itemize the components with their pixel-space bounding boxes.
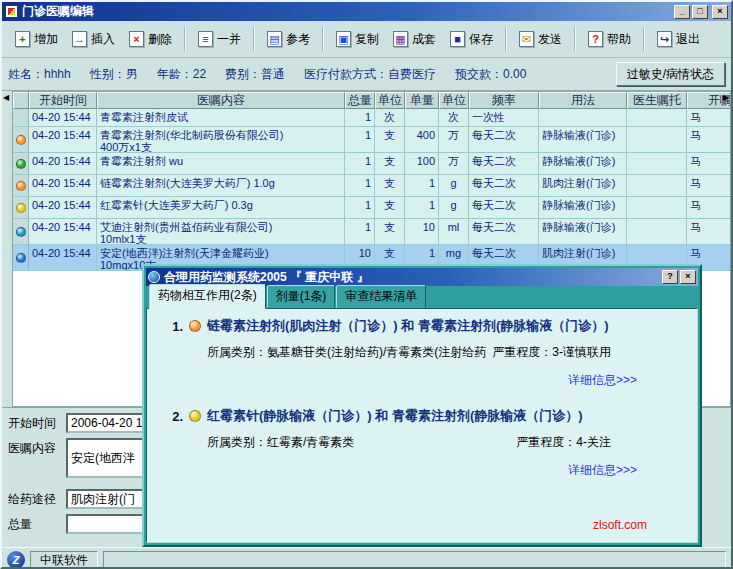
- table-row[interactable]: 04-20 15:44红霉素针(大连美罗大药厂) 0.3g1支1g每天二次静脉输…: [13, 197, 731, 219]
- table-cell: 马: [687, 219, 731, 244]
- column-header[interactable]: 总量: [345, 92, 375, 109]
- table-cell: 10: [405, 219, 439, 244]
- row-status-cell: [13, 219, 29, 244]
- table-cell: 400: [405, 127, 439, 152]
- table-cell: g: [439, 175, 469, 196]
- toolbar-separator: [322, 27, 324, 51]
- patient-field: 年龄：22: [157, 66, 206, 83]
- toolbar-button-set[interactable]: ▦成套: [386, 25, 443, 53]
- table-cell: 马: [687, 197, 731, 218]
- detail-link[interactable]: 详细信息>>>: [568, 463, 637, 477]
- dialog-tab-0[interactable]: 药物相互作用(2条): [149, 284, 266, 309]
- allergy-history-button[interactable]: 过敏史/病情状态: [616, 62, 725, 86]
- table-cell: 马: [687, 153, 731, 174]
- zlsoft-logo-icon: Z: [7, 551, 25, 569]
- insert-icon: →: [72, 31, 87, 47]
- patient-field: 姓名：hhhh: [8, 66, 71, 83]
- close-button[interactable]: ×: [712, 5, 728, 19]
- toolbar-button-reference[interactable]: ▤参考: [260, 25, 317, 53]
- patient-field-label: 年龄：: [157, 67, 193, 81]
- table-cell: 静脉输液(门诊): [539, 219, 627, 244]
- table-row[interactable]: 04-20 15:44青霉素注射剂(华北制药股份有限公司) 400万x1支1支4…: [13, 127, 731, 153]
- table-cell: 马: [687, 175, 731, 196]
- form-label: 给药途径: [8, 489, 66, 509]
- patient-field-label: 预交款：: [455, 67, 503, 81]
- status-dot-blue: [16, 253, 26, 263]
- table-cell: 支: [375, 197, 405, 218]
- dialog-tab-1[interactable]: 剂量(1条): [267, 285, 336, 308]
- dialog-title: 合理用药监测系统2005 『 重庆中联 』: [164, 269, 658, 286]
- table-cell: 链霉素注射剂(大连美罗大药厂) 1.0g: [97, 175, 345, 196]
- table-scroll-right-icon[interactable]: ▶: [723, 94, 729, 102]
- toolbar-button-label: 发送: [538, 31, 562, 48]
- patient-field-value: 22: [193, 67, 206, 81]
- interaction-index: 2.: [163, 409, 183, 424]
- table-cell: 静脉输液(门诊): [539, 153, 627, 174]
- toolbar-separator: [643, 27, 645, 51]
- toolbar-button-exit[interactable]: ↪退出: [650, 25, 707, 53]
- table-row[interactable]: 04-20 15:44青霉素注射剂皮试1次次一次性马: [13, 109, 731, 127]
- titlebar[interactable]: 门诊医嘱编辑 _ □ ×: [2, 2, 731, 21]
- dialog-help-button[interactable]: ?: [662, 270, 678, 284]
- patient-fields: 姓名：hhhh性别：男年龄：22费别：普通医疗付款方式：自费医疗预交款：0.00: [8, 66, 610, 83]
- column-header[interactable]: 单量: [405, 92, 439, 109]
- row-status-cell: [13, 127, 29, 152]
- patient-field-value: 男: [126, 67, 138, 81]
- column-header[interactable]: 医嘱内容: [97, 92, 345, 109]
- table-cell: 肌肉注射(门诊): [539, 175, 627, 196]
- table-cell: 每天二次: [469, 219, 539, 244]
- toolbar-button-merge[interactable]: ≡一并: [191, 25, 248, 53]
- detail-link[interactable]: 详细信息>>>: [568, 373, 637, 387]
- column-header[interactable]: 医生嘱托: [627, 92, 687, 109]
- column-header[interactable]: 用法: [539, 92, 627, 109]
- table-cell: 静脉输液(门诊): [539, 127, 627, 152]
- column-header[interactable]: 单位: [375, 92, 405, 109]
- toolbar-button-label: 删除: [148, 31, 172, 48]
- table-cell: 次: [439, 109, 469, 126]
- statusbar-brand: 中联软件: [30, 551, 98, 569]
- interaction-meta: 所属类别：红霉素/青霉素类严重程度：4-关注: [163, 425, 689, 451]
- add-icon: +: [15, 31, 30, 47]
- table-cell: 04-20 15:44: [29, 153, 97, 174]
- interaction-index: 1.: [163, 319, 183, 334]
- zlsoft-watermark: zlsoft.com: [593, 518, 647, 532]
- column-header[interactable]: 开始时间: [29, 92, 97, 109]
- table-row[interactable]: 04-20 15:44链霉素注射剂(大连美罗大药厂) 1.0g1支1g每天二次肌…: [13, 175, 731, 197]
- column-header-marker[interactable]: [13, 92, 29, 109]
- dialog-close-button[interactable]: ×: [680, 270, 696, 284]
- toolbar-button-help[interactable]: ?帮助: [581, 25, 638, 53]
- toolbar-button-insert[interactable]: →插入: [65, 25, 122, 53]
- table-cell: 04-20 15:44: [29, 219, 97, 244]
- minimize-button[interactable]: _: [674, 5, 690, 19]
- window-title: 门诊医嘱编辑: [22, 3, 674, 20]
- interaction-panel: 1.链霉素注射剂(肌肉注射（门诊）) 和 青霉素注射剂(静脉输液（门诊）)所属类…: [146, 308, 698, 543]
- patient-field: 预交款：0.00: [455, 66, 526, 83]
- table-cell: 支: [375, 127, 405, 152]
- toolbar-button-copy[interactable]: ▣复制: [329, 25, 386, 53]
- table-row[interactable]: 04-20 15:44艾迪注射剂(贵州益佰药业有限公司) 10mlx1支1支10…: [13, 219, 731, 245]
- toolbar-button-save[interactable]: ■保存: [443, 25, 500, 53]
- toolbar-button-label: 复制: [355, 31, 379, 48]
- patient-field-label: 医疗付款方式：: [304, 67, 388, 81]
- send-icon: ✉: [519, 31, 534, 47]
- copy-icon: ▣: [336, 31, 351, 47]
- column-header[interactable]: 单位: [439, 92, 469, 109]
- table-scroll-left-icon[interactable]: ◀: [3, 94, 9, 102]
- table-cell: 1: [345, 127, 375, 152]
- orders-table-header: 开始时间医嘱内容总量单位单量单位频率用法医生嘱托开嘱医生: [13, 92, 731, 109]
- toolbar-button-send[interactable]: ✉发送: [512, 25, 569, 53]
- table-cell: [627, 219, 687, 244]
- table-cell: 1: [345, 197, 375, 218]
- column-header[interactable]: 频率: [469, 92, 539, 109]
- toolbar-button-add[interactable]: +增加: [8, 25, 65, 53]
- table-cell: 1: [345, 219, 375, 244]
- table-cell: 每天二次: [469, 175, 539, 196]
- maximize-button[interactable]: □: [692, 5, 708, 19]
- table-cell: [539, 109, 627, 126]
- dialog-tab-2[interactable]: 审查结果清单: [336, 285, 426, 308]
- table-row[interactable]: 04-20 15:44青霉素注射剂 wu1支100万每天二次静脉输液(门诊)马: [13, 153, 731, 175]
- delete-icon: ×: [129, 31, 144, 47]
- orders-table-body: 04-20 15:44青霉素注射剂皮试1次次一次性马04-20 15:44青霉素…: [13, 109, 731, 271]
- table-cell: [627, 197, 687, 218]
- toolbar-button-delete[interactable]: ×删除: [122, 25, 179, 53]
